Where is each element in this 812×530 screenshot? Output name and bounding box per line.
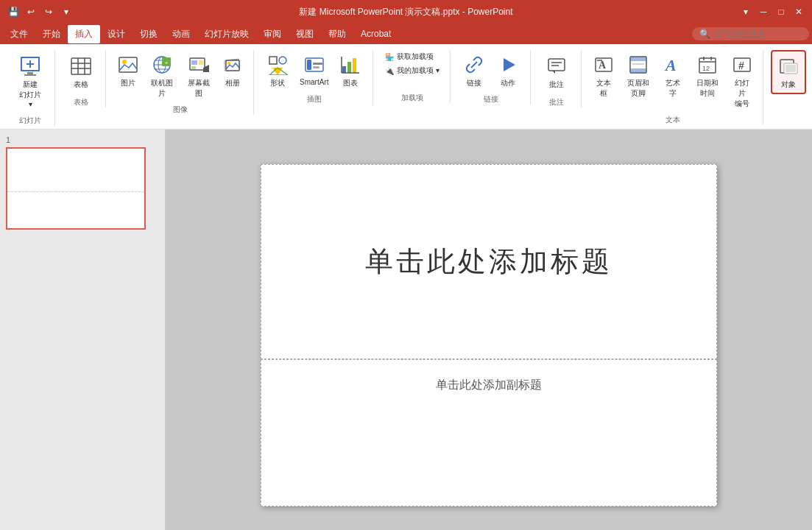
ribbon-group-table: 表格 表格 bbox=[57, 50, 106, 107]
header-footer-button[interactable]: 页眉和页脚 bbox=[620, 50, 657, 102]
redo-button[interactable]: ↪ bbox=[41, 4, 56, 19]
quick-access-toolbar: 💾 ↩ ↪ ▾ bbox=[6, 4, 74, 19]
equation-button[interactable]: π 公式 bbox=[808, 50, 812, 91]
link-button[interactable]: 链接 bbox=[458, 50, 490, 91]
slide-thumbnail-1[interactable]: 1 bbox=[6, 135, 159, 230]
object-label: 对象 bbox=[781, 80, 796, 90]
close-button[interactable]: ✕ bbox=[791, 4, 806, 19]
comment-group-label: 批注 bbox=[538, 97, 575, 107]
slide-thumb-image-1 bbox=[6, 147, 146, 230]
ribbon-group-comment: 批注 批注 bbox=[532, 50, 582, 107]
save-button[interactable]: 💾 bbox=[6, 4, 21, 19]
get-addins-button[interactable]: 🏪 获取加载项 bbox=[381, 50, 444, 63]
action-icon bbox=[496, 53, 520, 77]
link-label: 链接 bbox=[467, 78, 481, 88]
menu-review[interactable]: 审阅 bbox=[256, 25, 289, 43]
datetime-button[interactable]: 12 日期和时间 bbox=[689, 50, 726, 102]
menu-design[interactable]: 设计 bbox=[100, 25, 133, 43]
textbox-button[interactable]: A 文本框 bbox=[589, 50, 618, 102]
action-button[interactable]: 动作 bbox=[492, 50, 524, 91]
minimize-button[interactable]: ─ bbox=[756, 4, 771, 19]
svg-rect-43 bbox=[548, 59, 565, 71]
screenshot-button[interactable]: 屏幕截图 bbox=[181, 50, 216, 102]
picture-button[interactable]: 图片 bbox=[113, 50, 143, 91]
svg-marker-24 bbox=[203, 65, 209, 72]
menu-help[interactable]: 帮助 bbox=[321, 25, 353, 43]
svg-point-30 bbox=[279, 57, 286, 64]
ribbon-group-links: 链接 动作 链接 bbox=[452, 50, 531, 105]
svg-rect-6 bbox=[71, 58, 91, 74]
get-addins-label: 获取加载项 bbox=[397, 52, 434, 62]
slide-canvas[interactable]: 单击此处添加标题 单击此处添加副标题 bbox=[261, 164, 717, 506]
table-button[interactable]: 表格 bbox=[63, 50, 99, 94]
screenshot-icon bbox=[187, 53, 211, 77]
menu-view[interactable]: 视图 bbox=[289, 25, 321, 43]
album-button[interactable]: 相册 bbox=[218, 50, 247, 91]
shape-button[interactable]: 形状 bbox=[261, 50, 294, 91]
slide-panel: 1 bbox=[0, 130, 166, 530]
ribbon-group-symbol: 对象 π 公式 Ω 符号 bbox=[765, 50, 812, 107]
textbox-icon: A bbox=[592, 53, 615, 77]
search-input[interactable] bbox=[713, 29, 802, 39]
svg-rect-51 bbox=[630, 57, 646, 61]
menu-slideshow[interactable]: 幻灯片放映 bbox=[197, 25, 256, 43]
customize-button[interactable]: ▾ bbox=[59, 4, 74, 19]
album-icon bbox=[221, 53, 244, 77]
slide-num-button[interactable]: # 幻灯片编号 bbox=[727, 50, 757, 112]
svg-rect-37 bbox=[342, 66, 346, 73]
menu-home[interactable]: 开始 bbox=[35, 25, 68, 43]
svg-rect-29 bbox=[269, 57, 277, 64]
my-addins-button[interactable]: 🔌 我的加载项 ▾ bbox=[381, 64, 444, 77]
text-group-label: 文本 bbox=[589, 115, 757, 125]
svg-rect-2 bbox=[27, 72, 33, 74]
undo-button[interactable]: ↩ bbox=[24, 4, 38, 19]
ribbon-group-addins: 🏪 获取加载项 🔌 我的加载项 ▾ 加载项 bbox=[375, 50, 451, 103]
album-label: 相册 bbox=[225, 78, 240, 88]
picture-icon bbox=[116, 53, 140, 77]
ribbon-display-button[interactable]: ▾ bbox=[738, 4, 753, 19]
menu-file[interactable]: 文件 bbox=[3, 25, 35, 43]
textbox-label: 文本框 bbox=[593, 78, 614, 99]
ribbon-group-text: A 文本框 页眉和页脚 bbox=[583, 50, 763, 125]
comment-label: 批注 bbox=[549, 80, 564, 90]
object-button[interactable]: 对象 bbox=[771, 50, 806, 94]
slides-group-label: 幻灯片 bbox=[12, 116, 49, 126]
comment-button[interactable]: 批注 bbox=[538, 50, 575, 94]
svg-text:#: # bbox=[738, 60, 744, 71]
new-slide-icon bbox=[18, 54, 42, 78]
my-addins-icon: 🔌 bbox=[385, 67, 394, 75]
link-icon bbox=[462, 53, 486, 77]
maximize-button[interactable]: □ bbox=[774, 4, 788, 19]
svg-rect-39 bbox=[353, 58, 356, 73]
title-placeholder[interactable]: 单击此处添加标题 bbox=[261, 164, 717, 359]
subtitle-placeholder[interactable]: 单击此处添加副标题 bbox=[261, 359, 717, 506]
svg-rect-35 bbox=[313, 63, 322, 65]
svg-marker-42 bbox=[504, 58, 515, 71]
new-slide-label: 新建幻灯片 ▾ bbox=[18, 80, 43, 108]
header-footer-icon bbox=[626, 53, 650, 77]
chart-button[interactable]: 图表 bbox=[334, 50, 367, 91]
menu-transition[interactable]: 切换 bbox=[133, 25, 165, 43]
slide-num-label: 幻灯片编号 bbox=[732, 78, 752, 109]
ribbon-group-slides: 新建幻灯片 ▾ 幻灯片 bbox=[6, 50, 55, 126]
menu-animation[interactable]: 动画 bbox=[165, 25, 197, 43]
screenshot-label: 屏幕截图 bbox=[186, 78, 212, 99]
wordart-button[interactable]: A 艺术字 bbox=[658, 50, 688, 102]
new-slide-button[interactable]: 新建幻灯片 ▾ bbox=[12, 50, 49, 113]
online-picture-button[interactable]: + 联机图片 bbox=[144, 50, 180, 102]
svg-rect-34 bbox=[307, 60, 311, 70]
title-bar: 💾 ↩ ↪ ▾ 新建 Microsoft PowerPoint 演示文稿.ppt… bbox=[0, 0, 812, 24]
menu-insert[interactable]: 插入 bbox=[68, 25, 100, 43]
ribbon-group-image: 图片 + 联机图片 bbox=[107, 50, 254, 115]
svg-text:A: A bbox=[599, 60, 607, 71]
wordart-label: 艺术字 bbox=[663, 78, 683, 99]
my-addins-label: 我的加载项 ▾ bbox=[397, 66, 439, 76]
ribbon-group-illustration: 形状 SmartArt bbox=[255, 50, 373, 105]
menu-acrobat[interactable]: Acrobat bbox=[353, 26, 398, 42]
object-icon bbox=[777, 54, 800, 78]
svg-text:A: A bbox=[664, 56, 677, 74]
datetime-icon: 12 bbox=[696, 53, 719, 77]
smartart-button[interactable]: SmartArt bbox=[295, 50, 333, 89]
subtitle-placeholder-text: 单击此处添加副标题 bbox=[436, 378, 542, 393]
svg-rect-64 bbox=[785, 65, 796, 72]
